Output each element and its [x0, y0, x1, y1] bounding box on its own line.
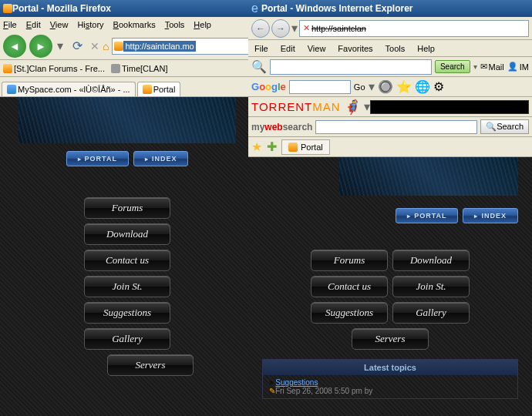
ie-back-button[interactable]: ← [251, 19, 270, 38]
menu-edit[interactable]: Edit [281, 44, 295, 53]
search-icon: 🔍 [251, 59, 267, 74]
forward-button[interactable]: ► [29, 35, 52, 58]
stop-icon[interactable]: ✕ [303, 23, 310, 33]
menu-bookmarks[interactable]: Bookmarks [113, 20, 156, 29]
site-nav: PORTAL INDEX [19, 151, 236, 166]
contact-button[interactable]: Contact us [311, 276, 388, 297]
site-nav: PORTAL INDEX [262, 208, 518, 223]
menu-history[interactable]: History [77, 20, 103, 29]
firefox-toolbar: ◄ ► ▾ ⟳ ✕ ⌂ http://saintclan.mo [0, 32, 254, 60]
dropdown-icon[interactable]: ▾ [369, 79, 375, 94]
menu-file[interactable]: File [254, 44, 268, 53]
dropdown-icon[interactable]: ▾ [473, 62, 477, 71]
join-button[interactable]: Join St. [392, 276, 470, 297]
ie-navbar: ← → ▾ ✕ http://saintclan [248, 17, 532, 40]
toolbar-icon[interactable]: 🔘 [378, 79, 393, 94]
toolbar-icon[interactable]: ⭐ [396, 79, 412, 94]
firefox-content: PORTAL INDEX Forums Download Contact us … [0, 97, 254, 416]
latest-topics-box: Latest topics » Suggestions ✎Fri Sep 26,… [262, 359, 518, 399]
download-button[interactable]: Download [84, 223, 170, 245]
menu-tools[interactable]: Tools [165, 20, 185, 29]
menu-tools[interactable]: Tools [386, 44, 406, 53]
toolbar-icon[interactable]: ⚙ [433, 79, 444, 94]
site-button-column: Forums Download Contact us Join St. Sugg… [19, 197, 236, 376]
add-favorite-icon[interactable]: ✚ [267, 139, 277, 154]
gallery-button[interactable]: Gallery [84, 328, 170, 350]
tab-icon [7, 85, 16, 94]
tab-myspace[interactable]: MySpace.com - «lÙ©ÎÅñ» - ... [2, 82, 136, 96]
bookmark-icon [3, 64, 12, 73]
google-search-input[interactable] [289, 80, 351, 94]
ie-favorites-bar: ★ ✚ Portal [248, 137, 532, 157]
firefox-bookmarks-bar: [St.]Clan Forums - Fre... Time[CLAN] [0, 60, 254, 77]
ie-tab-portal[interactable]: Portal [281, 139, 330, 155]
url-text: http://saintclan.mo [123, 41, 195, 52]
ie-url-bar[interactable]: ✕ http://saintclan [299, 20, 529, 37]
ie-forward-button[interactable]: → [271, 19, 290, 38]
bookmark-item[interactable]: Time[CLAN] [111, 64, 168, 73]
menu-help[interactable]: Help [194, 20, 211, 29]
reload-button[interactable]: ⟳ [72, 39, 82, 53]
firefox-title: Portal - Mozilla Firefox [12, 3, 111, 14]
favorites-icon[interactable]: ★ [251, 139, 262, 154]
forums-button[interactable]: Forums [311, 250, 388, 271]
suggestions-button[interactable]: Suggestions [311, 302, 388, 324]
torrent-search-input[interactable] [370, 100, 529, 114]
separator-icon: ▾ [364, 99, 370, 114]
index-nav-button[interactable]: INDEX [463, 208, 518, 223]
mail-button[interactable]: ✉Mail [480, 62, 504, 72]
join-button[interactable]: Join St. [84, 276, 170, 297]
ie-title: Portal - Windows Internet Explorer [261, 3, 413, 14]
latest-topic-meta: Fri Sep 26, 2008 5:50 pm by [275, 387, 372, 395]
google-toolbar: Google Go ▾ 🔘 ⭐ 🌐 ⚙ [248, 77, 532, 97]
firefox-icon [3, 4, 12, 13]
stop-button[interactable]: ✕ [90, 40, 99, 52]
url-bar[interactable]: http://saintclan.mo [112, 38, 251, 55]
home-button[interactable]: ⌂ [103, 40, 109, 52]
tab-portal[interactable]: Portal [137, 82, 181, 96]
bookmark-item[interactable]: [St.]Clan Forums - Fre... [3, 64, 105, 73]
menu-file[interactable]: File [3, 20, 17, 29]
firefox-menubar: File Edit View History Bookmarks Tools H… [0, 17, 254, 32]
tab-icon [288, 143, 298, 152]
contact-button[interactable]: Contact us [84, 250, 170, 271]
ie-content: PORTAL INDEX Forums Download Contact us … [248, 157, 532, 416]
ie-window: e Portal - Windows Internet Explorer ← →… [248, 0, 532, 416]
menu-help[interactable]: Help [417, 44, 435, 53]
suggestions-button[interactable]: Suggestions [84, 302, 170, 324]
menu-view[interactable]: View [50, 20, 69, 29]
dropdown-icon[interactable]: ▾ [57, 39, 63, 53]
firefox-titlebar[interactable]: Portal - Mozilla Firefox [0, 0, 254, 17]
search-button[interactable]: Search [435, 60, 470, 73]
back-button[interactable]: ◄ [3, 35, 26, 58]
mws-search-input[interactable] [315, 120, 477, 134]
download-button[interactable]: Download [392, 250, 470, 271]
forums-button[interactable]: Forums [84, 197, 170, 219]
servers-button[interactable]: Servers [352, 328, 429, 350]
mws-search-button[interactable]: 🔍Search [480, 119, 529, 134]
im-button[interactable]: 👤IM [507, 62, 529, 72]
menu-view[interactable]: View [308, 44, 326, 53]
servers-button[interactable]: Servers [107, 354, 194, 376]
mywebsearch-toolbar: mywebsearch 🔍Search [248, 117, 532, 137]
go-button[interactable]: Go [354, 82, 365, 92]
portal-nav-button[interactable]: PORTAL [396, 208, 458, 223]
gallery-button[interactable]: Gallery [392, 302, 470, 324]
ie-icon: e [251, 2, 258, 15]
ie-menubar: File Edit View Favorites Tools Help [248, 40, 532, 57]
menu-favorites[interactable]: Favorites [338, 44, 372, 53]
latest-topic-link[interactable]: Suggestions [275, 378, 318, 387]
torrentman-mascot-icon: 🦸 [344, 99, 361, 116]
ie-titlebar[interactable]: e Portal - Windows Internet Explorer [248, 0, 532, 17]
site-banner [19, 97, 236, 143]
site-banner [339, 157, 518, 196]
dropdown-icon[interactable]: ▾ [291, 21, 298, 35]
portal-nav-button[interactable]: PORTAL [66, 151, 129, 166]
ie-url-text: http://saintclan [311, 24, 366, 33]
toolbar-icon[interactable]: 🌐 [415, 79, 430, 94]
menu-edit[interactable]: Edit [26, 20, 41, 29]
index-nav-button[interactable]: INDEX [133, 151, 189, 166]
search-input[interactable] [270, 59, 432, 75]
mywebsearch-logo: mywebsearch [251, 122, 312, 133]
firefox-window: Portal - Mozilla Firefox File Edit View … [0, 0, 254, 416]
